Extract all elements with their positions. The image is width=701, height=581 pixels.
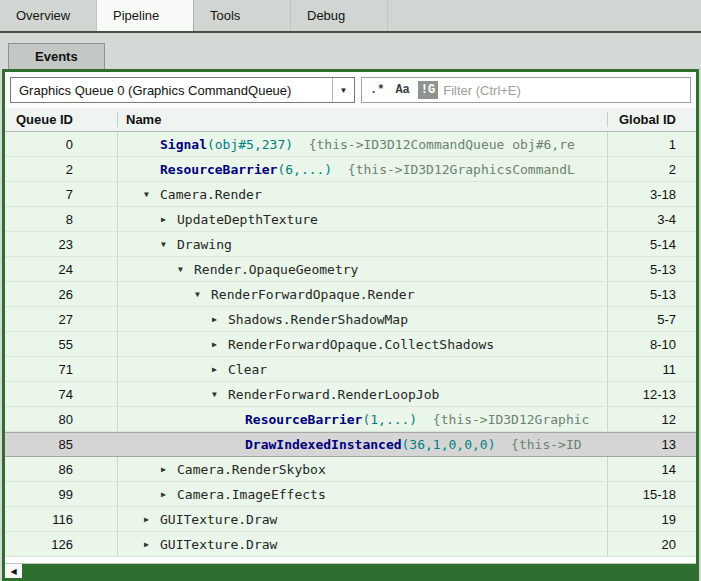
- table-row[interactable]: 24 ▼ Render.OpaqueGeometry 5-13: [5, 257, 696, 282]
- table-row[interactable]: 99 ▶ Camera.ImageEffects 15-18: [5, 482, 696, 507]
- table-row[interactable]: 71 ▶ Clear 11: [5, 357, 696, 382]
- table-row[interactable]: 55 ▶ RenderForwardOpaque.CollectShadows …: [5, 332, 696, 357]
- event-name-cell: ▶ Shadows.RenderShadowMap: [118, 307, 608, 331]
- event-text-label: Shadows.RenderShadowMap: [228, 312, 408, 327]
- filter-field[interactable]: .* Aa !G: [361, 77, 691, 103]
- tree-indent: [118, 282, 195, 306]
- table-row[interactable]: 74 ▼ RenderForward.RenderLoopJob 12-13: [5, 382, 696, 407]
- table-row[interactable]: 0 Signal(obj#5,237) {this->ID3D12Command…: [5, 132, 696, 157]
- tree-arrow-icon[interactable]: ▶: [161, 465, 177, 474]
- event-text-func: ResourceBarrier: [245, 412, 362, 427]
- event-table-header: Queue ID Name Global ID: [5, 108, 696, 132]
- tree-indent: [118, 357, 212, 381]
- tree-arrow-icon[interactable]: ▼: [212, 390, 228, 399]
- column-header-queue-id[interactable]: Queue ID: [5, 112, 118, 127]
- global-id-cell: 3-18: [608, 182, 696, 206]
- dock-tab-row: Events: [0, 33, 701, 69]
- tree-arrow-icon[interactable]: ▶: [212, 315, 228, 324]
- tree-arrow-icon[interactable]: ▼: [178, 265, 194, 274]
- queue-id-cell: 7: [5, 182, 118, 206]
- table-row[interactable]: 116 ▶ GUITexture.Draw 19: [5, 507, 696, 532]
- event-name-cell: ResourceBarrier(1,...) {this->ID3D12Grap…: [118, 407, 608, 431]
- event-text-func: DrawIndexedInstanced: [245, 437, 402, 452]
- global-id-cell: 5-13: [608, 282, 696, 306]
- scroll-left-icon[interactable]: ◀: [5, 564, 22, 578]
- queue-id-cell: 0: [5, 132, 118, 156]
- tree-arrow-icon[interactable]: ▶: [144, 540, 160, 549]
- table-row[interactable]: 7 ▼ Camera.Render 3-18: [5, 182, 696, 207]
- event-text-label: Camera.RenderSkybox: [177, 462, 326, 477]
- tab-tools[interactable]: Tools: [194, 0, 291, 31]
- hscroll-thumb[interactable]: [22, 564, 696, 578]
- queue-id-cell: 116: [5, 507, 118, 531]
- tab-pipeline[interactable]: Pipeline: [97, 0, 194, 31]
- event-text-meta: {this->ID3D12GraphicsCommandL: [332, 162, 575, 177]
- tab-debug[interactable]: Debug: [291, 0, 388, 31]
- events-toolbar: Graphics Queue 0 (Graphics CommandQueue)…: [5, 72, 696, 108]
- event-name-cell: ▶ GUITexture.Draw: [118, 507, 608, 531]
- table-row[interactable]: 8 ▶ UpdateDepthTexture 3-4: [5, 207, 696, 232]
- event-text-label: Render.OpaqueGeometry: [194, 262, 358, 277]
- global-id-cell: 2: [608, 157, 696, 181]
- event-name-cell: ▶ GUITexture.Draw: [118, 532, 608, 556]
- horizontal-scrollbar[interactable]: ◀: [5, 563, 696, 578]
- tab-overview[interactable]: Overview: [0, 0, 97, 31]
- event-name-cell: ▼ RenderForwardOpaque.Render: [118, 282, 608, 306]
- queue-id-cell: 86: [5, 457, 118, 481]
- queue-id-cell: 80: [5, 407, 118, 431]
- table-row[interactable]: 85 DrawIndexedInstanced(36,1,0,0,0) {thi…: [5, 432, 696, 457]
- global-id-cell: 1: [608, 132, 696, 156]
- literal-toggle-button[interactable]: !G: [418, 81, 438, 99]
- filter-input[interactable]: [443, 83, 685, 98]
- table-row[interactable]: 86 ▶ Camera.RenderSkybox 14: [5, 457, 696, 482]
- regex-toggle-button[interactable]: .*: [367, 81, 387, 99]
- event-text-label: RenderForwardOpaque.Render: [211, 287, 415, 302]
- tree-arrow-icon[interactable]: ▶: [212, 365, 228, 374]
- event-text-label: UpdateDepthTexture: [177, 212, 318, 227]
- tree-indent: [118, 232, 161, 256]
- event-text-label: Camera.Render: [160, 187, 262, 202]
- tree-indent: [118, 407, 229, 431]
- event-text-func: Signal: [160, 137, 207, 152]
- column-header-name[interactable]: Name: [118, 112, 608, 127]
- tree-indent: [118, 433, 229, 456]
- table-row[interactable]: 27 ▶ Shadows.RenderShadowMap 5-7: [5, 307, 696, 332]
- tree-arrow-icon[interactable]: ▶: [212, 340, 228, 349]
- event-name-cell: ▶ Camera.ImageEffects: [118, 482, 608, 506]
- tree-indent: [118, 457, 161, 481]
- event-text-meta: {this->ID: [495, 437, 581, 452]
- events-dock-tab[interactable]: Events: [8, 43, 105, 69]
- global-id-cell: 19: [608, 507, 696, 531]
- tree-indent: [118, 382, 212, 406]
- table-row[interactable]: 23 ▼ Drawing 5-14: [5, 232, 696, 257]
- event-name-cell: ▼ Drawing: [118, 232, 608, 256]
- tree-indent: [118, 132, 144, 156]
- queue-dropdown[interactable]: Graphics Queue 0 (Graphics CommandQueue)…: [10, 77, 355, 103]
- queue-id-cell: 8: [5, 207, 118, 231]
- match-case-toggle-button[interactable]: Aa: [392, 81, 412, 99]
- table-row[interactable]: 80 ResourceBarrier(1,...) {this->ID3D12G…: [5, 407, 696, 432]
- event-rows: 0 Signal(obj#5,237) {this->ID3D12Command…: [5, 132, 696, 563]
- table-row[interactable]: 26 ▼ RenderForwardOpaque.Render 5-13: [5, 282, 696, 307]
- event-text-label: RenderForwardOpaque.CollectShadows: [228, 337, 494, 352]
- column-header-global-id[interactable]: Global ID: [608, 112, 696, 127]
- tree-arrow-icon[interactable]: ▶: [161, 490, 177, 499]
- event-text-func: ResourceBarrier: [160, 162, 277, 177]
- table-row[interactable]: 126 ▶ GUITexture.Draw 20: [5, 532, 696, 557]
- global-id-cell: 8-10: [608, 332, 696, 356]
- queue-id-cell: 26: [5, 282, 118, 306]
- tree-indent: [118, 532, 144, 556]
- global-id-cell: 5-7: [608, 307, 696, 331]
- tree-arrow-icon[interactable]: ▼: [161, 240, 177, 249]
- tree-arrow-icon[interactable]: ▶: [161, 215, 177, 224]
- event-name-cell: DrawIndexedInstanced(36,1,0,0,0) {this->…: [118, 433, 608, 456]
- queue-id-cell: 24: [5, 257, 118, 281]
- global-id-cell: 13: [608, 433, 696, 456]
- tree-arrow-icon[interactable]: ▶: [144, 515, 160, 524]
- tree-arrow-icon[interactable]: ▼: [195, 290, 211, 299]
- queue-id-cell: 85: [5, 433, 118, 456]
- queue-id-cell: 126: [5, 532, 118, 556]
- tree-arrow-icon[interactable]: ▼: [144, 190, 160, 199]
- queue-dropdown-value: Graphics Queue 0 (Graphics CommandQueue): [11, 78, 332, 102]
- table-row[interactable]: 2 ResourceBarrier(6,...) {this->ID3D12Gr…: [5, 157, 696, 182]
